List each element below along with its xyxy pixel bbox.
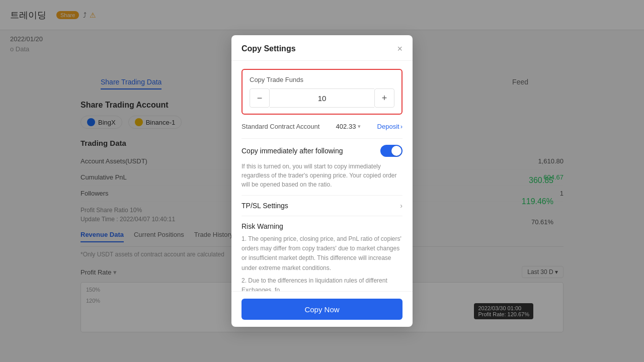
chevron-down-icon[interactable]: ▾ [358, 123, 361, 130]
close-button[interactable]: × [397, 44, 403, 53]
toggle-thumb [391, 146, 401, 156]
deposit-button[interactable]: Deposit › [377, 123, 403, 130]
risk-text-2: 2. Due to the differences in liquidation… [242, 276, 403, 291]
account-label: Standard Contract Account [242, 123, 319, 130]
divider-1 [242, 138, 403, 139]
copy-settings-modal: Copy Settings × Copy Trade Funds − + Sta… [231, 35, 413, 327]
chevron-right-icon: › [400, 202, 403, 210]
modal-overlay: Copy Settings × Copy Trade Funds − + Sta… [0, 0, 644, 362]
toggle-label: Copy immediately after following [242, 147, 343, 155]
account-row: Standard Contract Account 402.33 ▾ Depos… [242, 123, 403, 130]
modal-body: Copy Trade Funds − + Standard Contract A… [231, 61, 413, 291]
tpsl-row[interactable]: TP/SL Settings › [242, 195, 403, 216]
tpsl-label: TP/SL Settings [242, 202, 288, 210]
plus-button[interactable]: + [374, 88, 394, 108]
toggle-row: Copy immediately after following [242, 145, 403, 157]
funds-input[interactable] [270, 88, 374, 108]
account-value: 402.33 [336, 123, 356, 130]
funds-label: Copy Trade Funds [250, 76, 394, 83]
risk-warning-title: Risk Warning [242, 222, 403, 230]
modal-header: Copy Settings × [231, 35, 413, 61]
copy-trade-funds-section: Copy Trade Funds − + [242, 69, 403, 115]
risk-text-1: 1. The opening price, closing price, and… [242, 234, 403, 273]
minus-button[interactable]: − [250, 88, 270, 108]
toggle-switch[interactable] [380, 145, 403, 157]
modal-footer: Copy Now [231, 291, 413, 327]
modal-title: Copy Settings [242, 44, 296, 53]
funds-stepper: − + [250, 88, 394, 108]
deposit-arrow-icon: › [400, 123, 403, 130]
toggle-description: If this is turned on, you will start to … [242, 162, 403, 189]
account-value-wrap: 402.33 ▾ [336, 123, 361, 130]
copy-now-button[interactable]: Copy Now [242, 299, 403, 320]
